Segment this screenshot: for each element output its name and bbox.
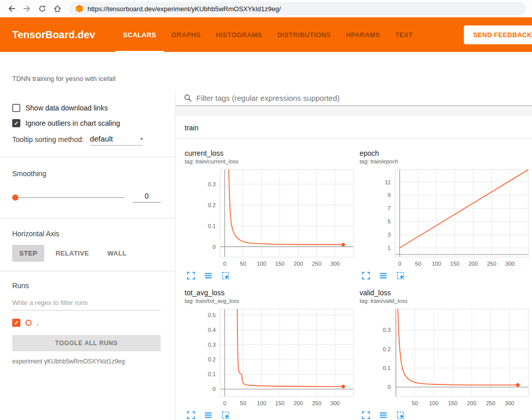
send-feedback-button[interactable]: SEND FEEDBACK (464, 25, 532, 44)
smoothing-value[interactable]: 0 (133, 192, 161, 203)
smoothing-slider-row: 0 (12, 192, 161, 203)
pin-card-icon[interactable] (395, 270, 405, 281)
y-tick-labels: 00.10.20.30.40.5 (208, 312, 216, 393)
content: Show data download links ✓ Ignore outlie… (0, 91, 532, 420)
pin-card-icon[interactable] (220, 270, 230, 281)
chart-card-valid-loss: valid_loss tag: train/valid_loss 00.10.2… (360, 289, 530, 420)
svg-text:9: 9 (388, 192, 391, 198)
tab-graphs[interactable]: GRAPHS (164, 17, 208, 52)
ignore-outliers-label: Ignore outliers in chart scaling (25, 119, 120, 127)
smoothing-slider-thumb[interactable] (12, 194, 18, 201)
tag-group-header[interactable]: train (175, 116, 532, 139)
chart-tag: tag: train/tot_avg_loss (185, 298, 356, 304)
run-name: . (37, 319, 39, 327)
svg-text:0.1: 0.1 (383, 365, 391, 371)
pin-card-icon[interactable] (395, 410, 405, 420)
chart-actions (360, 270, 530, 281)
x-tick-labels: 50100150200250300 (412, 400, 514, 406)
axis-wall-button[interactable]: WALL (100, 245, 134, 262)
svg-text:0.1: 0.1 (208, 223, 216, 229)
svg-text:250: 250 (312, 261, 321, 267)
run-isolate-radio[interactable] (25, 320, 32, 326)
view-data-icon[interactable] (378, 410, 388, 420)
tooltip-sorting-row: Tooltip sorting method: default ▾ (12, 134, 161, 146)
expand-chart-icon[interactable] (361, 410, 371, 420)
browser-toolbar: https://tensorboard.dev/experiment/yKUbh… (0, 0, 532, 17)
view-data-icon[interactable] (203, 270, 213, 281)
tab-histograms[interactable]: HISTOGRAMS (208, 17, 270, 52)
chart-grid (395, 309, 528, 397)
y-tick-labels: 00.10.20.3 (208, 181, 216, 250)
show-download-links-row: Show data download links (12, 104, 161, 112)
svg-text:100: 100 (432, 261, 441, 267)
plot-border (395, 170, 528, 257)
tag-group-card: train current_loss tag: train/current_lo… (175, 116, 532, 420)
view-data-icon[interactable] (203, 410, 213, 420)
run-checkbox[interactable]: ✓ (12, 319, 20, 327)
svg-text:100: 100 (257, 400, 266, 406)
svg-text:250: 250 (486, 400, 495, 406)
endpoint-dot (341, 385, 345, 388)
svg-text:5: 5 (388, 218, 391, 225)
reload-button[interactable] (36, 2, 49, 15)
chart-grid (395, 170, 528, 257)
main-nav: SCALARS GRAPHS HISTOGRAMS DISTRIBUTIONS … (115, 17, 421, 52)
svg-text:3: 3 (388, 232, 391, 238)
svg-text:7: 7 (388, 205, 391, 211)
y-tick-labels: 1357911 (385, 179, 391, 251)
svg-text:50: 50 (415, 261, 421, 267)
app-header: TensorBoard.dev SCALARS GRAPHS HISTOGRAM… (0, 17, 532, 52)
chart-canvas[interactable]: 00.10.20.30.40.5050100150200250300 (185, 307, 356, 409)
chart-tag: tag: train/current_loss (185, 158, 356, 164)
tooltip-sorting-select[interactable]: default ▾ (90, 134, 143, 146)
svg-text:100: 100 (257, 261, 266, 267)
svg-text:0.2: 0.2 (208, 202, 216, 208)
chart-canvas[interactable]: 00.10.20.350100150200250300 (360, 307, 530, 409)
smoothing-label: Smoothing (12, 170, 161, 178)
filter-tags-input[interactable] (196, 94, 532, 102)
expand-chart-icon[interactable] (361, 270, 371, 281)
expand-chart-icon[interactable] (186, 410, 196, 420)
back-icon (7, 4, 16, 13)
back-button[interactable] (5, 2, 18, 15)
svg-text:0: 0 (398, 261, 401, 267)
axis-step-button[interactable]: STEP (12, 245, 44, 262)
x-tick-labels: 050100150200250300 (223, 261, 340, 267)
forward-button[interactable] (20, 2, 34, 15)
tab-text[interactable]: TEXT (388, 17, 420, 52)
chart-card-current-loss: current_loss tag: train/current_loss 00.… (185, 149, 356, 281)
filter-tags-row (175, 91, 532, 106)
chart-title: current_loss (185, 149, 356, 157)
svg-text:250: 250 (312, 400, 321, 406)
tab-scalars[interactable]: SCALARS (115, 17, 164, 52)
axis-relative-button[interactable]: RELATIVE (48, 245, 96, 262)
toggle-all-runs-button[interactable]: TOGGLE ALL RUNS (12, 335, 161, 351)
endpoint-dot (341, 243, 345, 246)
tab-hparams[interactable]: HPARAMS (338, 17, 388, 52)
expand-chart-icon[interactable] (186, 270, 196, 281)
chart-canvas[interactable]: 00.10.20.3050100150200250300 (185, 167, 356, 269)
pin-card-icon[interactable] (220, 410, 230, 420)
chart-card-epoch: epoch tag: train/epoch 13579110501001502… (360, 149, 530, 281)
scalars-main: train current_loss tag: train/current_lo… (175, 91, 532, 420)
experiment-id-label: experiment yKUbhb5wRmOSXYkId1z9eg (12, 358, 161, 365)
chart-canvas[interactable]: 1357911050100150200250300 (360, 167, 530, 269)
chart-actions (185, 410, 356, 420)
tab-distributions[interactable]: DISTRIBUTIONS (270, 17, 338, 52)
endpoint-dot (516, 383, 520, 387)
chart-title: valid_loss (360, 289, 530, 297)
runs-label: Runs (12, 282, 161, 290)
x-tick-labels: 050100150200250300 (223, 400, 340, 406)
view-data-icon[interactable] (378, 270, 388, 281)
smoothing-slider-track[interactable] (12, 197, 125, 198)
show-download-links-checkbox[interactable] (12, 104, 20, 112)
ignore-outliers-checkbox[interactable]: ✓ (12, 119, 20, 127)
address-bar[interactable]: https://tensorboard.dev/experiment/yKUbh… (69, 2, 526, 15)
svg-text:250: 250 (487, 261, 496, 267)
tooltip-sorting-label: Tooltip sorting method: (12, 135, 84, 146)
home-button[interactable] (51, 2, 64, 15)
runs-filter-input[interactable] (12, 299, 161, 311)
chart-tag: tag: train/valid_loss (360, 298, 530, 304)
svg-text:1: 1 (388, 245, 391, 251)
svg-text:200: 200 (467, 400, 476, 406)
